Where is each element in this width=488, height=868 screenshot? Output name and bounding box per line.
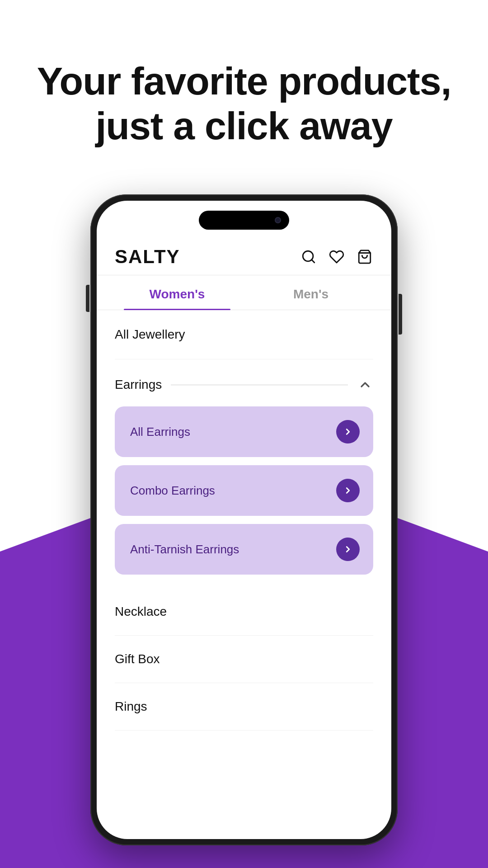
anti-tarnish-earrings-item[interactable]: Anti-Tarnish Earrings: [115, 524, 373, 575]
phone-mockup: SALTY: [90, 194, 398, 863]
gift-box-label: Gift Box: [115, 652, 160, 666]
menu-content: All Jewellery Earrings: [97, 310, 391, 839]
all-earrings-label: All Earrings: [130, 425, 190, 439]
earrings-header[interactable]: Earrings: [115, 377, 373, 406]
all-earrings-item[interactable]: All Earrings: [115, 406, 373, 457]
anti-tarnish-earrings-arrow: [336, 538, 360, 561]
rings-label: Rings: [115, 699, 147, 713]
all-jewellery-item[interactable]: All Jewellery: [115, 310, 373, 359]
brand-logo: SALTY: [115, 246, 180, 268]
tabs-container: Women's Men's: [97, 275, 391, 310]
phone-screen: SALTY: [97, 201, 391, 839]
all-earrings-arrow: [336, 420, 360, 443]
necklace-item[interactable]: Necklace: [115, 588, 373, 636]
earrings-divider: [171, 385, 348, 385]
gift-box-item[interactable]: Gift Box: [115, 636, 373, 683]
bottom-menu-items: Necklace Gift Box Rings: [115, 588, 373, 731]
app-header: SALTY: [97, 237, 391, 275]
search-icon[interactable]: [300, 248, 317, 265]
anti-tarnish-earrings-label: Anti-Tarnish Earrings: [130, 542, 239, 557]
earrings-sub-items: All Earrings Combo Earrings: [115, 406, 373, 588]
wishlist-icon[interactable]: [328, 248, 345, 265]
camera-dot: [275, 217, 281, 223]
tab-womens[interactable]: Women's: [110, 275, 244, 310]
all-jewellery-label: All Jewellery: [115, 327, 185, 342]
tab-mens[interactable]: Men's: [244, 275, 378, 310]
header-icons: [300, 248, 373, 265]
earrings-collapse-icon[interactable]: [357, 377, 373, 393]
combo-earrings-label: Combo Earrings: [130, 484, 215, 498]
earrings-label: Earrings: [115, 377, 162, 392]
bag-icon[interactable]: [356, 248, 373, 265]
earrings-section: Earrings All Earrings: [115, 359, 373, 588]
svg-line-2: [312, 260, 314, 263]
necklace-label: Necklace: [115, 604, 167, 618]
rings-item[interactable]: Rings: [115, 683, 373, 731]
combo-earrings-item[interactable]: Combo Earrings: [115, 465, 373, 516]
app-screen: SALTY: [97, 201, 391, 839]
phone-frame: SALTY: [90, 194, 398, 845]
combo-earrings-arrow: [336, 479, 360, 502]
hero-section: Your favorite products, just a click awa…: [0, 59, 488, 148]
dynamic-island: [199, 211, 289, 230]
hero-title: Your favorite products, just a click awa…: [27, 59, 461, 148]
